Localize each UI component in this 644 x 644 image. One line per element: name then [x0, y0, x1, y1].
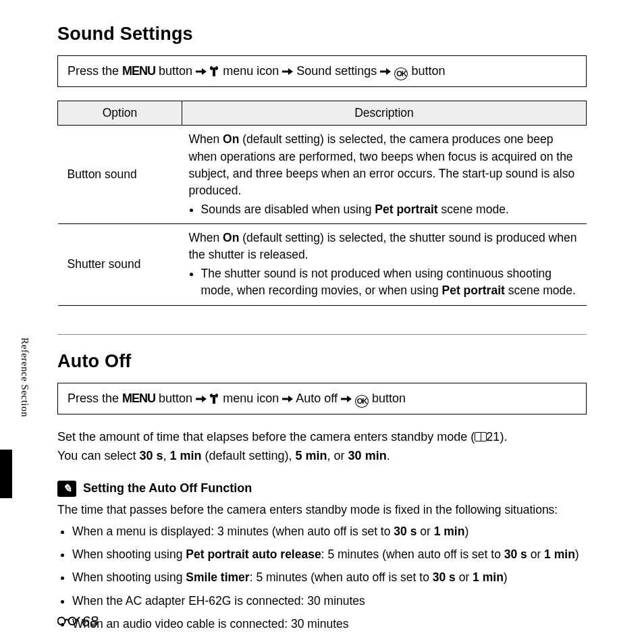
note-pencil-icon: ✎	[57, 481, 76, 497]
note-lead-text: The time that passes before the camera e…	[57, 503, 558, 516]
list-item: When shooting using Pet portrait auto re…	[72, 545, 587, 563]
option-value: 30 s	[139, 449, 163, 462]
text-bold: 30 s	[433, 570, 456, 584]
text: (default setting) is selected, the shutt…	[189, 231, 577, 261]
text-bold: On	[223, 231, 239, 244]
option-description: When On (default setting) is selected, t…	[182, 224, 587, 306]
arrow-right-icon	[196, 391, 207, 408]
ok-button-icon: OK	[394, 68, 408, 80]
auto-off-intro: Set the amount of time that elapses befo…	[57, 428, 587, 466]
text: )	[575, 547, 579, 561]
text: Sounds are disabled when using	[201, 203, 375, 216]
text: Press the	[68, 392, 119, 405]
text: or	[417, 525, 433, 538]
list-item: When the AC adapter EH-62G is connected:…	[72, 592, 587, 610]
text: Sound settings	[296, 64, 377, 78]
text: When	[189, 231, 223, 244]
text-bold: 30 s	[394, 525, 417, 538]
svg-point-0	[58, 618, 65, 625]
option-value: 5 min	[296, 449, 327, 462]
sound-settings-table: Option Description Button sound When On …	[57, 101, 587, 305]
text: ).	[500, 430, 507, 444]
text: : 5 minutes (when auto off is set to	[321, 547, 504, 561]
text: )	[464, 525, 468, 538]
svg-point-1	[69, 618, 76, 625]
arrow-right-icon	[282, 63, 293, 80]
text: or	[456, 570, 473, 584]
arrow-right-icon	[196, 63, 207, 80]
text: (default setting),	[202, 449, 296, 462]
text: )	[504, 570, 508, 584]
page-number: 68	[57, 613, 98, 630]
text: menu icon	[223, 64, 279, 78]
arrow-right-icon	[380, 63, 391, 80]
section-heading-auto-off: Auto Off	[57, 351, 587, 372]
text: Auto off	[296, 392, 338, 405]
table-row: Shutter sound When On (default setting) …	[58, 224, 587, 306]
arrow-right-icon	[341, 391, 352, 408]
text: button	[411, 64, 445, 78]
option-name: Button sound	[58, 126, 182, 224]
section-divider	[57, 334, 587, 335]
option-name: Shutter sound	[58, 224, 182, 306]
page-number-value: 68	[82, 613, 98, 630]
setup-menu-icon	[210, 392, 219, 408]
nav-path-sound-settings: Press the MENU button menu icon Sound se…	[57, 55, 587, 87]
text: scene mode.	[438, 203, 509, 216]
text: When shooting using	[72, 570, 186, 584]
ok-button-icon: OK	[355, 395, 369, 408]
text: You can select	[57, 449, 139, 462]
menu-button-label: MENU	[122, 64, 155, 78]
note-header: ✎ Setting the Auto Off Function	[57, 481, 587, 497]
note-block: ✎ Setting the Auto Off Function The time…	[57, 481, 587, 633]
text-bold: 1 min	[473, 570, 504, 584]
text: scene mode.	[505, 284, 576, 297]
list-item: When shooting using Smile timer: 5 minut…	[72, 568, 587, 586]
option-value: 1 min	[169, 449, 201, 462]
option-value: 30 min	[348, 449, 387, 462]
text: (default setting) is selected, the camer…	[189, 132, 575, 197]
text: menu icon	[223, 392, 279, 405]
text-bold: Pet portrait	[442, 284, 505, 297]
text: button	[159, 64, 192, 78]
menu-button-label: MENU	[122, 392, 155, 405]
text: When	[189, 132, 223, 146]
page-reference-icon	[475, 432, 487, 441]
list-item: When an audio video cable is connected: …	[72, 615, 587, 633]
text: When shooting using	[72, 547, 186, 561]
table-row: Button sound When On (default setting) i…	[58, 126, 587, 224]
page-content: Sound Settings Press the MENU button men…	[0, 0, 644, 644]
text: When a menu is displayed: 3 minutes (whe…	[72, 525, 394, 538]
text-bold: On	[223, 132, 239, 146]
column-header-option: Option	[58, 101, 182, 126]
setup-menu-icon	[210, 64, 219, 81]
list-item: When a menu is displayed: 3 minutes (whe…	[72, 522, 587, 540]
text: button	[159, 392, 192, 405]
text-bold: Pet portrait	[375, 203, 437, 216]
text: or	[527, 547, 544, 561]
text-bold: 1 min	[434, 525, 465, 538]
note-title: Setting the Auto Off Function	[83, 481, 252, 495]
page-reference-number: 21	[486, 430, 500, 444]
arrow-right-icon	[282, 391, 293, 408]
text-bold: Pet portrait auto release	[186, 547, 321, 561]
text-bold: Smile timer	[186, 570, 249, 584]
bullet-item: The shutter sound is not produced when u…	[201, 265, 580, 300]
text: button	[372, 392, 406, 405]
text-bold: 30 s	[504, 547, 527, 561]
note-list: When a menu is displayed: 3 minutes (whe…	[57, 522, 587, 633]
section-heading-sound-settings: Sound Settings	[57, 24, 587, 45]
text: : 5 minutes (when auto off is set to	[250, 570, 433, 584]
option-description: When On (default setting) is selected, t…	[182, 126, 587, 224]
column-header-description: Description	[182, 101, 587, 126]
bullet-item: Sounds are disabled when using Pet portr…	[201, 201, 580, 218]
reference-section-icon	[57, 613, 80, 630]
text: ,	[163, 449, 169, 462]
nav-path-auto-off: Press the MENU button menu icon Auto off…	[57, 383, 587, 414]
text: .	[387, 449, 390, 462]
text: , or	[327, 449, 348, 462]
text: Press the	[68, 64, 119, 78]
text-bold: 1 min	[544, 547, 575, 561]
text: Set the amount of time that elapses befo…	[57, 430, 475, 444]
note-body: The time that passes before the camera e…	[57, 501, 587, 633]
